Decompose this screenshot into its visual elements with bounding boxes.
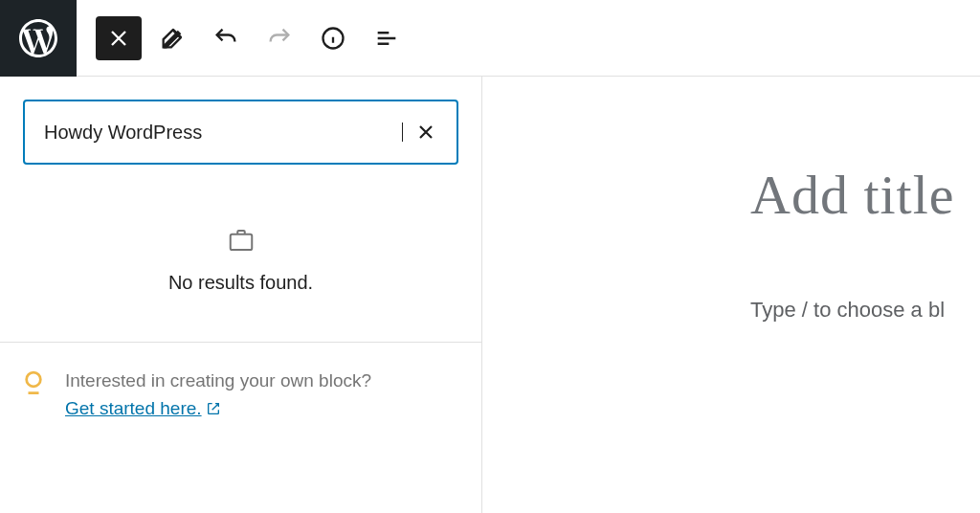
info-icon xyxy=(320,25,346,52)
search-input[interactable] xyxy=(44,122,401,144)
undo-button[interactable] xyxy=(203,15,249,61)
edit-button[interactable] xyxy=(149,15,195,61)
wordpress-icon xyxy=(15,15,61,61)
top-toolbar xyxy=(0,0,980,77)
redo-button xyxy=(256,15,302,61)
svg-point-2 xyxy=(27,372,41,387)
outline-button[interactable] xyxy=(364,15,410,61)
tip-link[interactable]: Get started here. xyxy=(65,395,221,423)
tip-link-text: Get started here. xyxy=(65,395,202,423)
close-inserter-button[interactable] xyxy=(96,16,142,60)
lightbulb-icon xyxy=(23,369,44,398)
outline-icon xyxy=(373,25,400,52)
info-button[interactable] xyxy=(310,15,356,61)
post-body-placeholder[interactable]: Type / to choose a bl xyxy=(750,298,980,323)
external-link-icon xyxy=(206,401,221,416)
search-box[interactable] xyxy=(23,100,458,165)
main-area: No results found. Interested in creating… xyxy=(0,77,980,513)
no-results: No results found. xyxy=(0,188,481,342)
post-title-placeholder[interactable]: Add title xyxy=(750,163,980,227)
tip-content: Interested in creating your own block? G… xyxy=(65,368,371,422)
tip: Interested in creating your own block? G… xyxy=(0,343,481,447)
svg-rect-1 xyxy=(230,234,252,250)
block-icon xyxy=(227,226,256,255)
search-wrapper xyxy=(0,77,481,188)
toolbar-button-group xyxy=(77,15,410,61)
tip-text: Interested in creating your own block? xyxy=(65,370,371,390)
close-icon xyxy=(414,121,437,144)
svg-rect-3 xyxy=(29,391,39,394)
editor-canvas[interactable]: Add title Type / to choose a bl xyxy=(482,77,980,513)
clear-search-button[interactable] xyxy=(403,109,449,155)
pencil-icon xyxy=(159,25,186,52)
close-icon xyxy=(105,25,132,52)
wordpress-logo[interactable] xyxy=(0,0,77,77)
undo-icon xyxy=(212,25,239,52)
redo-icon xyxy=(266,25,293,52)
no-results-text: No results found. xyxy=(168,272,313,294)
block-inserter-panel: No results found. Interested in creating… xyxy=(0,77,482,513)
